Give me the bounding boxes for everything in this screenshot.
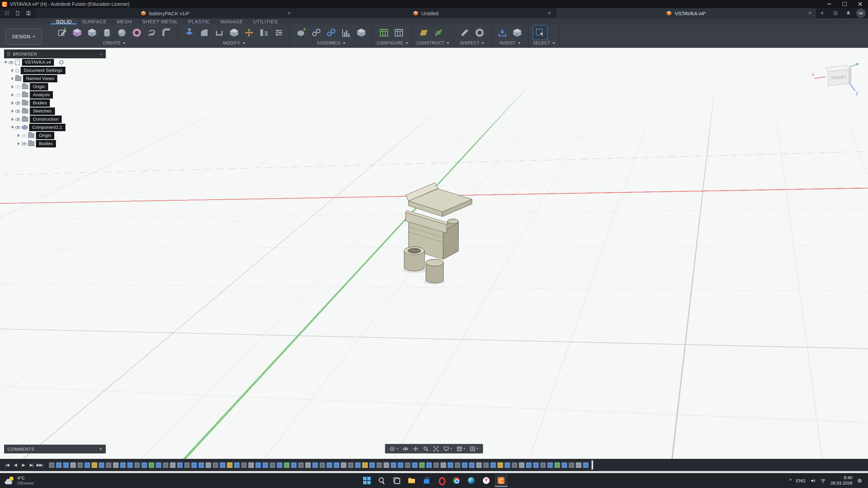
chevron-icon[interactable] xyxy=(12,85,14,88)
ribbon-tool[interactable] xyxy=(257,25,271,40)
workspace-selector[interactable]: DESIGN xyxy=(5,28,42,45)
nav-tool[interactable] xyxy=(388,444,400,453)
weather-widget[interactable]: 4°C Облачно xyxy=(0,475,39,486)
timeline-feature-icon[interactable] xyxy=(398,462,403,468)
timeline-feature-icon[interactable] xyxy=(177,462,183,468)
browser-node-label[interactable]: Document Settings xyxy=(21,67,65,74)
nav-tool[interactable] xyxy=(401,444,410,453)
ribbon-tab[interactable]: PLASTIC xyxy=(183,18,215,24)
browser-node-label[interactable]: Construction xyxy=(30,116,62,123)
browser-node-label[interactable]: Component1:1 xyxy=(29,124,65,131)
timeline-feature-icon[interactable] xyxy=(163,462,169,468)
browser-node-label[interactable]: Named Views xyxy=(23,75,57,82)
ribbon-tool[interactable] xyxy=(417,25,431,40)
timeline-feature-icon[interactable] xyxy=(369,462,375,468)
timeline-feature-icon[interactable] xyxy=(291,462,297,468)
browser-row[interactable]: Origin xyxy=(4,131,106,140)
ribbon-tool[interactable] xyxy=(510,25,525,40)
timeline-feature-icon[interactable] xyxy=(583,462,589,468)
ribbon-tool[interactable] xyxy=(212,25,226,40)
timeline-feature-icon[interactable] xyxy=(433,462,439,468)
timeline-feature-icon[interactable] xyxy=(284,462,290,468)
ribbon-tool[interactable] xyxy=(227,25,241,40)
playback-button[interactable]: ▶| xyxy=(28,463,35,467)
comments-bar[interactable]: COMMENTS + xyxy=(4,445,106,453)
timeline-feature-icon[interactable] xyxy=(448,462,453,468)
taskbar-app-icon[interactable] xyxy=(420,474,433,487)
group-label[interactable]: SELECT xyxy=(533,41,550,45)
playback-button[interactable]: ▶▶| xyxy=(36,463,43,467)
timeline-feature-icon[interactable] xyxy=(419,462,425,468)
timeline-feature-icon[interactable] xyxy=(547,462,553,468)
document-tab[interactable]: Untitled × xyxy=(296,8,556,18)
close-tab-icon[interactable]: × xyxy=(288,11,291,16)
timeline-feature-icon[interactable] xyxy=(469,462,475,468)
collapse-panel-button[interactable]: − xyxy=(100,51,103,57)
timeline-feature-icon[interactable] xyxy=(376,462,382,468)
timeline-feature-icon[interactable] xyxy=(49,462,55,468)
close-tab-icon[interactable]: × xyxy=(548,11,551,16)
browser-row[interactable]: Document Settings xyxy=(4,66,106,75)
ribbon-tool[interactable] xyxy=(309,25,323,40)
ribbon-tab[interactable]: UTILITIES xyxy=(248,18,283,24)
timeline-feature-icon[interactable] xyxy=(149,462,154,468)
ribbon-tool[interactable] xyxy=(354,25,368,40)
ribbon-tool[interactable] xyxy=(144,25,159,40)
network-icon[interactable] xyxy=(820,478,826,484)
timeline-feature-icon[interactable] xyxy=(213,462,218,468)
timeline-feature-icon[interactable] xyxy=(341,462,347,468)
timeline-feature-icon[interactable] xyxy=(63,462,69,468)
browser-node-label[interactable]: Origin xyxy=(30,83,48,90)
browser-row[interactable]: Bodies xyxy=(4,99,106,107)
timeline-feature-icon[interactable] xyxy=(312,462,318,468)
timeline-feature-icon[interactable] xyxy=(156,462,161,468)
browser-row[interactable]: Named Views xyxy=(4,75,106,83)
timeline-feature-icon[interactable] xyxy=(255,462,261,468)
group-label[interactable]: INSPECT xyxy=(460,41,479,45)
nav-tool[interactable] xyxy=(411,444,420,453)
ribbon-tab[interactable]: MESH xyxy=(112,18,137,24)
ribbon-tool[interactable] xyxy=(495,25,510,40)
timeline-feature-icon[interactable] xyxy=(220,462,225,468)
timeline-feature-icon[interactable] xyxy=(533,462,539,468)
playback-button[interactable]: ◀ xyxy=(12,463,19,467)
timeline-feature-icon[interactable] xyxy=(113,462,119,468)
volume-icon[interactable] xyxy=(810,478,816,484)
ribbon-tab[interactable]: SOLID xyxy=(51,18,77,24)
taskbar-app-icon[interactable] xyxy=(360,474,373,487)
ribbon-tool[interactable] xyxy=(100,25,114,40)
tray-overflow-button[interactable]: ^ xyxy=(789,478,792,483)
ribbon-tool[interactable] xyxy=(392,25,406,40)
group-label[interactable]: INSERT xyxy=(499,41,516,45)
timeline-feature-icon[interactable] xyxy=(327,462,332,468)
timeline-feature-icon[interactable] xyxy=(512,462,517,468)
timeline-feature-icon[interactable] xyxy=(391,462,396,468)
timeline-feature-icon[interactable] xyxy=(440,462,446,468)
user-avatar[interactable]: SK xyxy=(856,9,865,18)
group-label[interactable]: MODIFY xyxy=(223,41,240,45)
language-indicator[interactable]: ENG xyxy=(796,478,806,483)
timeline-feature-icon[interactable] xyxy=(92,462,97,468)
view-cube[interactable]: X Z FRONT xyxy=(811,56,862,100)
ribbon-tool[interactable] xyxy=(272,25,286,40)
timeline-feature-icon[interactable] xyxy=(412,462,418,468)
notifications-button[interactable] xyxy=(844,9,853,17)
timeline-feature-icon[interactable] xyxy=(262,462,268,468)
ribbon-tool[interactable] xyxy=(432,25,446,40)
ribbon-tool[interactable] xyxy=(294,25,309,40)
chevron-icon[interactable] xyxy=(12,77,14,80)
document-tab[interactable]: VSTAVKA v4* × xyxy=(556,8,816,18)
timeline-feature-icon[interactable] xyxy=(319,462,325,468)
browser-row[interactable]: VSTAVKA v4 xyxy=(4,58,106,66)
ribbon-tool[interactable] xyxy=(85,25,99,40)
ribbon-tool[interactable] xyxy=(242,25,256,40)
nav-tool[interactable] xyxy=(468,444,480,453)
taskbar-app-icon[interactable] xyxy=(465,474,478,487)
timeline-feature-icon[interactable] xyxy=(483,462,489,468)
timeline-feature-icon[interactable] xyxy=(120,462,126,468)
browser-node-label[interactable]: Bodies xyxy=(30,99,50,107)
chevron-icon[interactable] xyxy=(12,109,14,113)
timeline-feature-icon[interactable] xyxy=(362,462,368,468)
minimize-button[interactable] xyxy=(821,0,837,8)
ribbon-tool[interactable] xyxy=(458,25,472,40)
